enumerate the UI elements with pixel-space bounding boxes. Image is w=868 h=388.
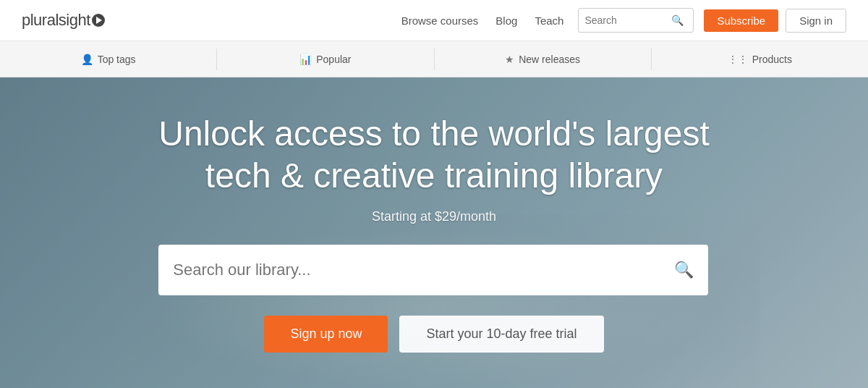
- subscribe-button[interactable]: Subscribe: [704, 9, 778, 32]
- logo[interactable]: pluralsight: [22, 11, 105, 30]
- hero-section: Unlock access to the world's largest tec…: [0, 77, 868, 388]
- person-icon: 👤: [81, 54, 93, 65]
- star-icon: ★: [505, 54, 514, 65]
- logo-text: pluralsight: [22, 11, 90, 30]
- nav-products[interactable]: ⋮⋮ Products: [652, 41, 868, 77]
- top-tags-label: Top tags: [98, 54, 136, 65]
- hero-search-input[interactable]: [173, 261, 674, 279]
- hero-search-icon[interactable]: 🔍: [674, 261, 694, 279]
- signup-button[interactable]: Sign up now: [264, 316, 388, 353]
- nav-top-tags[interactable]: 👤 Top tags: [0, 41, 216, 77]
- hero-title-line1: Unlock access to the world's largest: [158, 114, 709, 153]
- category-nav: 👤 Top tags 📊 Popular ★ New releases ⋮⋮ P…: [0, 41, 868, 77]
- header-search[interactable]: 🔍: [578, 8, 694, 33]
- hero-content: Unlock access to the world's largest tec…: [144, 113, 723, 353]
- signin-button[interactable]: Sign in: [786, 9, 846, 33]
- play-icon: [92, 14, 105, 27]
- nav-teach[interactable]: Teach: [535, 14, 563, 27]
- search-icon: 🔍: [671, 14, 684, 26]
- header: pluralsight Browse courses Blog Teach 🔍 …: [0, 0, 868, 41]
- new-releases-label: New releases: [519, 54, 580, 65]
- products-label: Products: [752, 54, 792, 65]
- nav-browse[interactable]: Browse courses: [401, 14, 479, 27]
- hero-search-box[interactable]: 🔍: [158, 245, 708, 295]
- nav-popular[interactable]: 📊 Popular: [217, 41, 433, 77]
- header-search-input[interactable]: [584, 14, 671, 26]
- chart-icon: 📊: [299, 54, 312, 65]
- hero-title: Unlock access to the world's largest tec…: [158, 113, 709, 196]
- hero-buttons: Sign up now Start your 10-day free trial: [158, 316, 709, 353]
- main-nav: Browse courses Blog Teach: [401, 14, 564, 27]
- hero-title-line2: tech & creative training library: [205, 156, 663, 195]
- nav-blog[interactable]: Blog: [495, 14, 517, 27]
- trial-button[interactable]: Start your 10-day free trial: [399, 316, 603, 353]
- popular-label: Popular: [316, 54, 351, 65]
- grid-icon: ⋮⋮: [728, 54, 748, 65]
- hero-subtitle: Starting at $29/month: [158, 209, 709, 224]
- nav-new-releases[interactable]: ★ New releases: [435, 41, 651, 77]
